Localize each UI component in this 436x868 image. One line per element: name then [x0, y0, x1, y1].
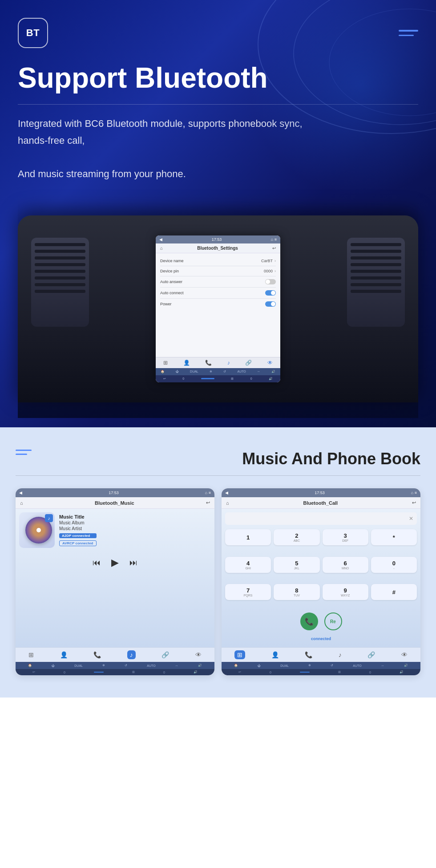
- ms-call-nav-title: Bluetooth_Call: [229, 500, 412, 506]
- ms-music-statusbar2: ↩ 0 ⊞ 0 🔊: [16, 669, 214, 675]
- cs-topbar: ◀ 17:53 ⌂ ≡: [156, 235, 280, 243]
- dial-key-3[interactable]: 3DEF: [323, 529, 368, 545]
- dial-key-star[interactable]: *: [371, 529, 417, 545]
- music-metadata: Music Title Music Album Music Artist A2D…: [59, 514, 97, 546]
- svg-point-1: [294, 0, 436, 125]
- dial-key-6[interactable]: 6MNO: [323, 557, 368, 573]
- ms-icon-eye[interactable]: 👁: [195, 651, 202, 658]
- ms-music-nav: ⌂ Bluetooth_Music ↩: [16, 497, 214, 509]
- ms-music-bottombar: ⊞ 👤 📞 ♪ 🔗 👁: [16, 647, 214, 662]
- music-screen: ◀ 17:53 ⌂ ≡ ⌂ Bluetooth_Music ↩ ♪ Music …: [16, 488, 214, 675]
- dial-key-0[interactable]: 0-: [371, 557, 417, 573]
- card-header: Music And Phone Book: [16, 450, 420, 468]
- prev-button[interactable]: ⏮: [93, 558, 101, 568]
- avrcp-badge: AVRCP connected: [59, 540, 97, 546]
- ms-music-icons: ⌂ ≡: [205, 491, 211, 495]
- auto-connect-toggle[interactable]: [265, 290, 276, 296]
- play-button[interactable]: ▶: [111, 557, 119, 568]
- dialpad: 1 2ABC 3DEF * 4GHI 5JKL 6MNO 0- 7PQRS 8T…: [225, 529, 417, 609]
- cs-row-devicepin: Device pin 0000 ›: [160, 266, 276, 276]
- ms-music-nav-title: Bluetooth_Music: [23, 500, 206, 506]
- ms-call-icon-link[interactable]: 🔗: [367, 651, 375, 658]
- cs-row-autoanswer[interactable]: Auto answer: [160, 276, 276, 288]
- power-toggle[interactable]: [265, 301, 276, 307]
- ms-call-icon-phone[interactable]: 📞: [305, 651, 312, 658]
- dial-key-1[interactable]: 1: [225, 529, 271, 545]
- hamburger-line-1: [399, 30, 418, 32]
- ms-music-content: ♪ Music Title Music Album Music Artist A…: [16, 509, 214, 647]
- dial-key-hash[interactable]: #: [371, 584, 417, 600]
- ms-music-statusbar: 🏠 ⏻ DUAL ❄ ↺ AUTO ↔ 🔊: [16, 662, 214, 669]
- cs-row-power[interactable]: Power: [160, 299, 276, 309]
- call-dial-button[interactable]: 📞: [300, 612, 318, 630]
- next-button[interactable]: ⏭: [129, 558, 137, 568]
- car-container: ◀ 17:53 ⌂ ≡ ⌂ Bluetooth_Settings ↩ Devic…: [18, 200, 418, 418]
- ms-music-home-icon: ⌂: [20, 500, 23, 506]
- car-vents-right: [347, 238, 405, 327]
- icon-music-active[interactable]: ♪: [227, 360, 230, 366]
- call-screen: ◀ 17:53 ⌂ ≡ ⌂ Bluetooth_Call ↩ ✕ 1 2ABC …: [222, 488, 420, 675]
- dial-key-2[interactable]: 2ABC: [274, 529, 319, 545]
- dial-key-7[interactable]: 7PQRS: [225, 584, 271, 600]
- call-clear-icon[interactable]: ✕: [409, 515, 413, 522]
- ms-call-topbar: ◀ 17:53 ⌂ ≡: [222, 488, 420, 497]
- music-artwork: ♪: [19, 512, 55, 548]
- card-menu-icon[interactable]: [16, 450, 32, 455]
- hero-topbar: BT: [18, 18, 418, 48]
- dial-key-4[interactable]: 4GHI: [225, 557, 271, 573]
- hamburger-menu[interactable]: [399, 30, 418, 36]
- cs-time: 17:53: [212, 237, 222, 242]
- icon-phone[interactable]: 📞: [205, 360, 212, 366]
- dial-key-9[interactable]: 9WXYZ: [323, 584, 368, 600]
- cs-row-autoconnect[interactable]: Auto connect: [160, 288, 276, 299]
- mini-screens-row: ◀ 17:53 ⌂ ≡ ⌂ Bluetooth_Music ↩ ♪ Music …: [16, 488, 420, 675]
- car-vents-left: [31, 238, 89, 327]
- ms-call-icon-music[interactable]: ♪: [339, 651, 342, 658]
- card-title: Music And Phone Book: [242, 450, 420, 468]
- ms-icon-phone[interactable]: 📞: [93, 651, 101, 658]
- ms-music-topbar: ◀ 17:53 ⌂ ≡: [16, 488, 214, 497]
- ms-call-content: ✕ 1 2ABC 3DEF * 4GHI 5JKL 6MNO 0- 7PQRS …: [222, 509, 420, 647]
- ms-call-statusbar2: ↩ 0 ⊞ 0 🔊: [222, 669, 420, 675]
- call-action-row: 📞 Re: [225, 609, 417, 634]
- cs-bottombar: ⊞ 👤 📞 ♪ 🔗 👁: [156, 357, 280, 368]
- ms-icon-music-active[interactable]: ♪: [127, 650, 136, 659]
- car-center-screen: ◀ 17:53 ⌂ ≡ ⌂ Bluetooth_Settings ↩ Devic…: [156, 235, 280, 382]
- ms-icon-grid[interactable]: ⊞: [28, 651, 34, 658]
- ms-call-back-icon[interactable]: ◀: [225, 491, 228, 495]
- icon-link[interactable]: 🔗: [245, 360, 252, 366]
- ms-call-nav: ⌂ Bluetooth_Call ↩: [222, 497, 420, 509]
- ms-call-icon-eye[interactable]: 👁: [401, 651, 408, 658]
- auto-answer-toggle[interactable]: [265, 279, 276, 284]
- hero-description: Integrated with BC6 Bluetooth module, su…: [18, 115, 329, 182]
- cs-content: Device name CarBT › Device pin 0000 ›: [156, 253, 280, 357]
- hero-desc-line2: And music streaming from your phone.: [18, 168, 186, 179]
- icon-person[interactable]: 👤: [183, 360, 190, 366]
- hero-title: Support Bluetooth: [18, 62, 418, 93]
- ms-call-icons: ⌂ ≡: [411, 491, 417, 495]
- music-artist: Music Artist: [59, 526, 97, 531]
- dial-key-8[interactable]: 8TUV: [274, 584, 319, 600]
- a2dp-badge: A2DP connected: [59, 533, 97, 538]
- ms-back-icon[interactable]: ◀: [19, 491, 22, 495]
- cs-nav: ⌂ Bluetooth_Settings ↩: [156, 243, 280, 253]
- dial-key-5[interactable]: 5JKL: [274, 557, 319, 573]
- music-title: Music Title: [59, 514, 97, 519]
- icon-grid[interactable]: ⊞: [163, 360, 168, 366]
- ms-call-back-btn: ↩: [412, 500, 416, 506]
- ms-icon-link[interactable]: 🔗: [161, 651, 169, 658]
- ms-call-icon-person[interactable]: 👤: [271, 651, 279, 658]
- ms-icon-person[interactable]: 👤: [60, 651, 68, 658]
- icon-eye-active[interactable]: 👁: [267, 360, 273, 366]
- call-redial-button[interactable]: Re: [324, 612, 342, 630]
- ms-call-icon-grid-active[interactable]: ⊞: [234, 650, 245, 659]
- logo-text: BT: [26, 27, 40, 39]
- ms-call-time: 17:53: [315, 491, 325, 495]
- hero-desc-line1: Integrated with BC6 Bluetooth module, su…: [18, 118, 303, 146]
- cs-row-devicename: Device name CarBT ›: [160, 256, 276, 266]
- card-divider: [16, 475, 420, 476]
- ms-music-time: 17:53: [109, 491, 119, 495]
- music-note-icon: ♪: [45, 514, 53, 522]
- car-background: ◀ 17:53 ⌂ ≡ ⌂ Bluetooth_Settings ↩ Devic…: [18, 200, 418, 418]
- ms-call-bottombar: ⊞ 👤 📞 ♪ 🔗 👁: [222, 647, 420, 662]
